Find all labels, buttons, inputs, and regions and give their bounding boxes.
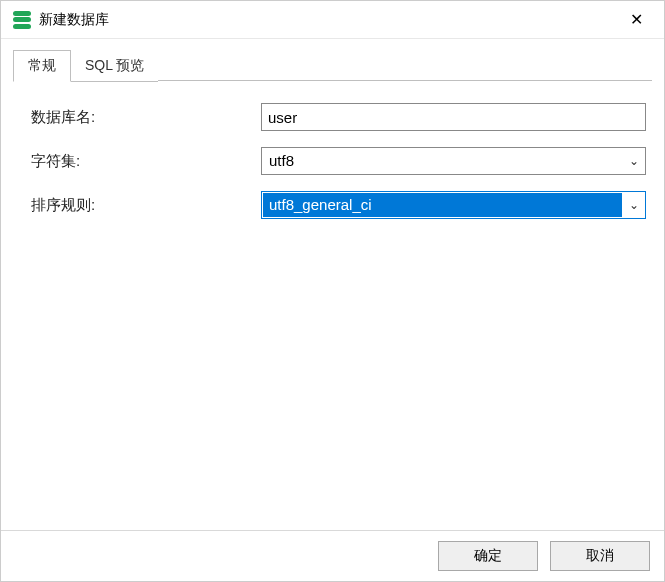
cancel-button[interactable]: 取消 [550,541,650,571]
label-collation: 排序规则: [31,196,261,215]
dialog-window: 新建数据库 ✕ 常规 SQL 预览 数据库名: 字符集: utf8 ⌄ [0,0,665,582]
close-icon: ✕ [630,10,643,29]
tab-general[interactable]: 常规 [13,50,71,82]
cancel-button-label: 取消 [586,547,614,565]
tab-sql-preview[interactable]: SQL 预览 [71,51,158,82]
select-collation[interactable]: utf8_general_ci ⌄ [261,191,646,219]
ok-button[interactable]: 确定 [438,541,538,571]
form-area: 数据库名: 字符集: utf8 ⌄ 排序规则: utf8_general_ci … [1,81,664,530]
titlebar: 新建数据库 ✕ [1,1,664,39]
select-collation-value: utf8_general_ci [263,193,622,217]
input-db-name[interactable] [261,103,646,131]
close-button[interactable]: ✕ [616,5,656,35]
row-collation: 排序规则: utf8_general_ci ⌄ [31,191,646,219]
database-icon [13,11,31,29]
label-charset: 字符集: [31,152,261,171]
select-charset[interactable]: utf8 ⌄ [261,147,646,175]
row-db-name: 数据库名: [31,103,646,131]
tab-label: 常规 [28,57,56,73]
window-title: 新建数据库 [39,11,616,29]
tab-label: SQL 预览 [85,57,144,73]
button-bar: 确定 取消 [1,530,664,581]
label-db-name: 数据库名: [31,108,261,127]
select-charset-value: utf8 [263,149,622,173]
row-charset: 字符集: utf8 ⌄ [31,147,646,175]
chevron-down-icon: ⌄ [623,154,645,168]
tab-bar: 常规 SQL 预览 [1,39,664,81]
chevron-down-icon: ⌄ [623,198,645,212]
ok-button-label: 确定 [474,547,502,565]
